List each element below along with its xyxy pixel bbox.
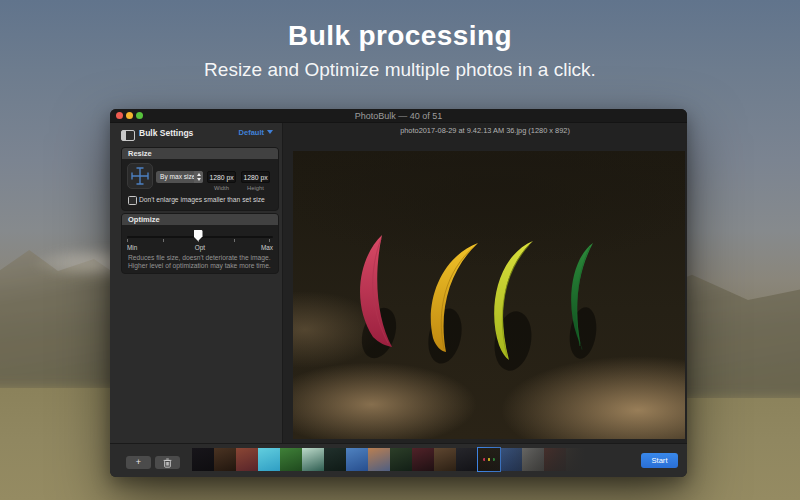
width-input[interactable]: 1280 px — [207, 171, 236, 183]
width-label: Width — [207, 185, 236, 191]
thumbnail[interactable] — [302, 448, 324, 471]
photo-preview[interactable] — [293, 151, 685, 439]
sidebar-toggle-icon[interactable] — [121, 130, 135, 141]
thumbnail[interactable] — [236, 448, 258, 471]
resize-section-header: Resize — [122, 148, 278, 159]
resize-panel: Resize By max size — [121, 147, 279, 211]
window-title: PhotoBulk — 40 of 51 — [110, 109, 687, 122]
slider-tick — [127, 239, 128, 242]
height-input[interactable]: 1280 px — [241, 171, 270, 183]
chevron-down-icon — [267, 130, 273, 134]
optimize-panel-body: Min Opt Max Reduces file size, doesn't d… — [122, 225, 278, 272]
bulk-settings-sidebar: Bulk Settings Default Resize — [110, 123, 283, 444]
preset-dropdown-label: Default — [239, 128, 264, 137]
footer-bar: + Start — [110, 443, 687, 477]
dont-enlarge-label: Don't enlarge images smaller than set si… — [139, 196, 265, 203]
preview-area: photo2017-08-29 at 9.42.13 AM 36.jpg (12… — [283, 123, 687, 444]
leaves-illustration — [293, 151, 685, 439]
resize-dimensions-icon — [127, 163, 153, 189]
thumbnail[interactable] — [456, 448, 478, 471]
thumbnail[interactable] — [346, 448, 368, 471]
thumbnail[interactable] — [192, 448, 214, 471]
optimize-description-line2: Higher level of optimization may take mo… — [128, 262, 274, 269]
thumbnail[interactable] — [324, 448, 346, 471]
height-label: Height — [241, 185, 270, 191]
photobulk-window: PhotoBulk — 40 of 51 Bulk Settings Defau… — [110, 109, 687, 477]
hero-text: Bulk processing Resize and Optimize mult… — [0, 20, 800, 81]
thumbnail[interactable] — [368, 448, 390, 471]
title-bar[interactable]: PhotoBulk — 40 of 51 — [110, 109, 687, 123]
slider-tick — [163, 239, 164, 242]
resize-mode-value: By max size — [160, 173, 196, 180]
resize-mode-select[interactable]: By max size — [156, 171, 203, 183]
slider-tick — [269, 239, 270, 242]
thumbnail[interactable] — [434, 448, 456, 471]
optimize-panel: Optimize Min Opt Max Reduces file size, … — [121, 213, 279, 274]
slider-opt-label: Opt — [122, 244, 278, 251]
thumbnail[interactable] — [258, 448, 280, 471]
add-photos-button[interactable]: + — [126, 456, 151, 469]
thumbnail-strip-fade — [480, 447, 615, 472]
select-stepper-icon — [194, 171, 203, 183]
optimize-slider-thumb[interactable] — [194, 230, 203, 241]
sidebar-title: Bulk Settings — [139, 128, 193, 138]
optimize-section-header: Optimize — [122, 214, 278, 225]
hero-subtitle: Resize and Optimize multiple photos in a… — [0, 59, 800, 81]
hero-title: Bulk processing — [0, 20, 800, 52]
trash-icon — [163, 458, 172, 468]
screenshot-stage: Bulk processing Resize and Optimize mult… — [0, 0, 800, 500]
dont-enlarge-checkbox[interactable] — [128, 196, 137, 205]
thumbnail[interactable] — [280, 448, 302, 471]
start-button[interactable]: Start — [641, 453, 678, 468]
sidebar-header: Bulk Settings Default — [110, 123, 282, 147]
remove-photos-button[interactable] — [155, 456, 180, 469]
optimize-description-line1: Reduces file size, doesn't deteriorate t… — [128, 254, 274, 261]
slider-max-label: Max — [261, 244, 273, 251]
thumbnail[interactable] — [390, 448, 412, 471]
slider-tick — [234, 239, 235, 242]
photo-caption: photo2017-08-29 at 9.42.13 AM 36.jpg (12… — [283, 126, 687, 135]
preset-dropdown[interactable]: Default — [239, 128, 273, 137]
thumbnail[interactable] — [412, 448, 434, 471]
resize-panel-body: By max size 1280 px Width 1280 px Height… — [122, 159, 278, 209]
thumbnail[interactable] — [214, 448, 236, 471]
